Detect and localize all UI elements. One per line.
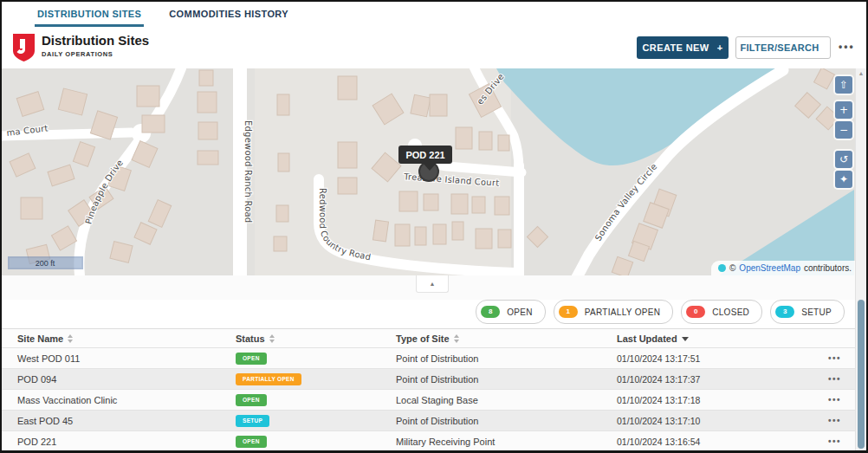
cell-type-of-site: Point of Distribution (396, 416, 617, 426)
map-scale-bar: 200 ft (9, 257, 82, 269)
juvare-shield-logo (12, 33, 36, 62)
cell-type-of-site: Local Staging Base (396, 395, 617, 405)
map-attribution: © OpenStreetMap contributors. (711, 261, 855, 275)
cell-last-updated: 01/10/2024 13:17:37 (617, 374, 817, 385)
sites-table: Site Name Status Type of Site Last Updat… (2, 328, 855, 452)
legend-label: OPEN (507, 307, 533, 317)
page-header: Distribution Sites DAILY OPERATIONS CREA… (2, 27, 866, 68)
cell-site-name: POD 221 (17, 437, 236, 447)
scrollbar-up-arrow-icon[interactable]: ▲ (856, 70, 866, 76)
table-row[interactable]: POD 094 PARTIALLY OPEN Point of Distribu… (2, 369, 855, 390)
page-subtitle: DAILY OPERATIONS (42, 50, 113, 58)
svg-text:Edgewood Ranch Road: Edgewood Ranch Road (243, 120, 253, 223)
table-header-row: Site Name Status Type of Site Last Updat… (2, 329, 855, 348)
legend-count-badge: 8 (481, 306, 500, 318)
legend-count-badge: 1 (559, 306, 578, 318)
cell-type-of-site: Point of Distribution (396, 353, 617, 364)
status-badge: SETUP (236, 415, 269, 428)
page-title: Distribution Sites (42, 33, 149, 48)
tab-bar: DISTRIBUTION SITES COMMODITIES HISTORY (2, 2, 866, 27)
app-window: DISTRIBUTION SITES COMMODITIES HISTORY D… (0, 0, 868, 453)
map-collapse-strip: ▲ (2, 275, 855, 300)
create-new-label: CREATE NEW (643, 42, 709, 53)
row-more-menu-icon[interactable]: ••• (817, 416, 855, 425)
svg-text:Pineapple Drive: Pineapple Drive (83, 158, 125, 225)
cell-type-of-site: Point of Distribution (396, 374, 617, 385)
column-header-type-of-site[interactable]: Type of Site (396, 333, 617, 344)
row-more-menu-icon[interactable]: ••• (817, 395, 855, 404)
attribution-copyright: © (729, 263, 735, 273)
column-label: Last Updated (617, 333, 677, 344)
svg-text:POD 221: POD 221 (405, 150, 444, 160)
map-reset-rotation-button[interactable]: ↺ (835, 151, 852, 168)
cell-site-name: East POD 45 (17, 416, 236, 426)
cell-last-updated: 01/10/2024 13:16:54 (617, 437, 817, 447)
sort-icon (454, 334, 459, 343)
row-more-menu-icon[interactable]: ••• (817, 437, 855, 446)
map[interactable]: ma Court Pineapple Drive Edgewood Ranch … (2, 68, 855, 275)
column-header-site-name[interactable]: Site Name (17, 333, 236, 344)
filter-search-label: FILTER/SEARCH (740, 42, 819, 53)
svg-text:200 ft: 200 ft (36, 259, 55, 268)
status-legend: 8 OPEN 1 PARTIALLY OPEN 0 CLOSED 3 SETUP (2, 300, 855, 324)
attribution-suffix: contributors. (804, 263, 852, 273)
legend-pill-open[interactable]: 8 OPEN (476, 300, 546, 324)
tab-distribution-sites[interactable]: DISTRIBUTION SITES (35, 3, 144, 27)
map-locate-button[interactable]: ✦ (835, 171, 852, 188)
scrollbar-thumb[interactable] (858, 300, 865, 449)
map-canvas: ma Court Pineapple Drive Edgewood Ranch … (2, 68, 855, 275)
legend-label: PARTIALLY OPEN (585, 307, 660, 317)
legend-label: SETUP (801, 307, 832, 317)
table-row[interactable]: POD 221 OPEN Military Receiving Point 01… (2, 431, 855, 452)
legend-pill-setup[interactable]: 3 SETUP (770, 300, 845, 324)
cell-type-of-site: Military Receiving Point (396, 437, 617, 447)
legend-label: CLOSED (712, 307, 749, 317)
column-label: Status (236, 333, 265, 344)
map-fit-extent-button[interactable]: ⇧ (835, 76, 852, 94)
table-row[interactable]: West POD 011 OPEN Point of Distribution … (2, 348, 855, 369)
map-zoom-in-button[interactable]: + (835, 101, 852, 119)
create-new-button[interactable]: CREATE NEW + (637, 36, 729, 59)
sort-desc-icon (682, 337, 689, 341)
status-badge: OPEN (236, 353, 267, 366)
table-row[interactable]: East POD 45 SETUP Point of Distribution … (2, 411, 855, 431)
openstreetmap-link[interactable]: OpenStreetMap (739, 263, 800, 273)
column-header-last-updated[interactable]: Last Updated (617, 333, 817, 344)
status-badge: PARTIALLY OPEN (236, 373, 301, 386)
column-header-status[interactable]: Status (236, 333, 396, 344)
row-more-menu-icon[interactable]: ••• (817, 353, 855, 363)
filter-search-button[interactable]: FILTER/SEARCH (735, 36, 831, 59)
map-zoom-out-button[interactable]: − (835, 121, 852, 139)
legend-pill-closed[interactable]: 0 CLOSED (681, 300, 762, 324)
tab-commodities-history[interactable]: COMMODITIES HISTORY (166, 3, 291, 27)
cell-last-updated: 01/10/2024 13:17:10 (617, 416, 817, 426)
sort-icon (68, 334, 73, 343)
column-label: Site Name (17, 333, 63, 344)
legend-count-badge: 3 (775, 306, 794, 318)
column-label: Type of Site (396, 333, 450, 344)
status-badge: OPEN (236, 436, 267, 449)
header-more-menu-icon[interactable]: ••• (839, 41, 855, 53)
cell-site-name: West POD 011 (17, 353, 236, 364)
table-row[interactable]: Mass Vaccination Clinic OPEN Local Stagi… (2, 390, 855, 411)
vertical-scrollbar[interactable]: ▲ (855, 68, 866, 450)
legend-pill-partially-open[interactable]: 1 PARTIALLY OPEN (554, 300, 673, 324)
status-badge: OPEN (236, 394, 267, 407)
map-controls: ⇧ + − ↺ ✦ (835, 76, 852, 188)
cell-last-updated: 01/10/2024 13:17:51 (617, 353, 817, 364)
legend-count-badge: 0 (686, 306, 705, 318)
sort-icon (269, 334, 275, 343)
osm-logo-icon (718, 264, 726, 272)
cell-site-name: Mass Vaccination Clinic (17, 395, 236, 405)
row-more-menu-icon[interactable]: ••• (817, 374, 855, 384)
cell-last-updated: 01/10/2024 13:17:18 (617, 395, 817, 405)
map-collapse-button[interactable]: ▲ (416, 275, 449, 293)
cell-site-name: POD 094 (17, 374, 236, 385)
plus-icon: + (717, 42, 723, 53)
